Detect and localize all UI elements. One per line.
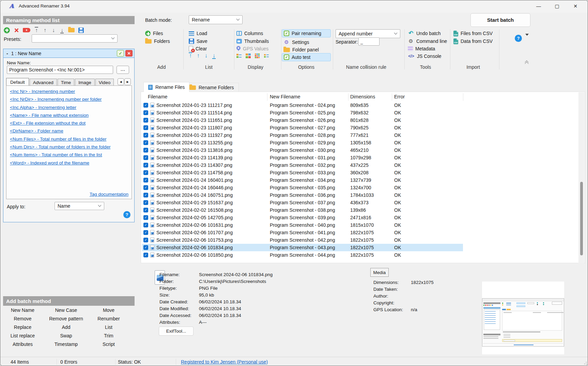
- batch-method-replace[interactable]: Replace: [3, 324, 42, 330]
- files-from-csv-button[interactable]: csvFiles from CSV: [453, 30, 493, 37]
- column-header-error[interactable]: Error: [394, 94, 405, 99]
- column-header-new-filename[interactable]: New Filename: [270, 94, 300, 99]
- table-row[interactable]: ✓Screenshot 2024-01-23 111651.pngProgram…: [142, 116, 578, 124]
- row-checkbox[interactable]: ✓: [143, 185, 148, 190]
- list-clear-button[interactable]: Clear: [189, 45, 207, 52]
- table-row[interactable]: ✓Screenshot 2024-01-29 151637.pngProgram…: [142, 199, 578, 206]
- move-up-icon[interactable]: ↑: [43, 27, 47, 33]
- table-row[interactable]: ✓Screenshot 2024-02-06 101834.pngProgram…: [142, 244, 578, 251]
- tab-media[interactable]: Media: [370, 268, 389, 277]
- table-row[interactable]: ✓Screenshot 2024-01-24 160401.pngProgram…: [142, 176, 578, 184]
- tag-link[interactable]: <Inc NrDir> - Incrementing number per fo…: [10, 97, 131, 102]
- clear-methods-icon[interactable]: x: [23, 28, 30, 32]
- move-up-icon[interactable]: ↑: [196, 52, 201, 59]
- row-checkbox[interactable]: ✓: [143, 238, 148, 242]
- table-row[interactable]: ✓Screenshot 2024-02-06 101631.pngProgram…: [142, 221, 578, 229]
- tag-link[interactable]: <DirName> - Folder name: [10, 128, 131, 133]
- column-divider[interactable]: [392, 93, 392, 101]
- list-load-button[interactable]: Load: [189, 30, 207, 37]
- row-checkbox[interactable]: ✓: [143, 155, 148, 160]
- row-checkbox[interactable]: ✓: [143, 193, 148, 197]
- move-top-icon[interactable]: ↑: [188, 52, 193, 59]
- close-button[interactable]: ✕: [568, 0, 583, 12]
- folder-panel-button[interactable]: Folder panel: [282, 46, 331, 54]
- row-checkbox[interactable]: ✓: [143, 118, 148, 123]
- batch-method-timestamp[interactable]: Timestamp: [42, 341, 90, 347]
- tab-rename-files[interactable]: Rename Files: [143, 82, 189, 92]
- scrollbar-thumb[interactable]: [580, 182, 583, 255]
- batch-method-trim[interactable]: Trim: [90, 333, 127, 338]
- move-down-icon[interactable]: ↓: [51, 27, 56, 33]
- view-grid-icon[interactable]: [255, 53, 260, 58]
- start-batch-button[interactable]: Start batch: [470, 13, 530, 27]
- column-header-dimensions[interactable]: Dimensions: [350, 94, 375, 99]
- batch-method-renumber[interactable]: Renumber: [90, 316, 127, 321]
- table-row[interactable]: ✓Screenshot 2024-01-23 111514.pngProgram…: [142, 109, 578, 116]
- move-down-icon[interactable]: ↓: [204, 52, 208, 59]
- batch-method-list-replace[interactable]: List replace: [3, 333, 42, 338]
- row-checkbox[interactable]: ✓: [143, 208, 148, 212]
- settings-button[interactable]: ⚙Settings: [282, 38, 331, 46]
- minimize-button[interactable]: —: [531, 0, 546, 12]
- move-bottom-icon[interactable]: ↓: [60, 27, 64, 33]
- batch-method-remove-pattern[interactable]: Remove pattern: [42, 316, 90, 321]
- row-checkbox[interactable]: ✓: [143, 223, 148, 227]
- row-checkbox[interactable]: ✓: [143, 170, 148, 175]
- tag-link[interactable]: <Word> - Indexed word of the filename: [10, 160, 131, 165]
- tag-link[interactable]: <Num Items> - Total number of files in t…: [10, 152, 131, 157]
- tag-link[interactable]: <Num Files> - Total number of files in t…: [10, 137, 131, 142]
- batch-method-move[interactable]: Move: [90, 307, 127, 313]
- help-icon[interactable]: ?: [515, 35, 522, 42]
- new-name-input[interactable]: Program Screenshot - <Inc Nr:001>: [7, 66, 113, 74]
- method-help-icon[interactable]: ?: [123, 211, 130, 218]
- tag-link[interactable]: <Inc Nr> - Incrementing number: [10, 89, 131, 94]
- separator-input[interactable]: _: [358, 37, 380, 46]
- auto-test-toggle[interactable]: ✓Auto test: [282, 53, 331, 61]
- batch-mode-dropdown[interactable]: Rename: [189, 15, 243, 24]
- table-row[interactable]: ✓Screenshot 2024-01-23 114139.pngProgram…: [142, 154, 578, 161]
- collapse-method-icon[interactable]: -: [6, 51, 8, 56]
- metadata-button[interactable]: Metadata: [408, 45, 435, 52]
- row-checkbox[interactable]: ✓: [143, 110, 148, 115]
- row-checkbox[interactable]: ✓: [143, 230, 148, 235]
- batch-method-attributes[interactable]: Attributes: [3, 341, 42, 347]
- tag-documentation-link[interactable]: Tag documentation: [90, 192, 128, 197]
- exiftool-button[interactable]: ExifTool...: [159, 327, 194, 336]
- row-checkbox[interactable]: ✓: [143, 140, 148, 145]
- display-thumbnails-button[interactable]: Thumbnails: [236, 38, 269, 45]
- registered-link[interactable]: Registered to Kim Jensen (Personal use): [181, 359, 268, 365]
- row-checkbox[interactable]: ✓: [143, 215, 148, 220]
- move-top-icon[interactable]: ↑: [34, 27, 39, 33]
- add-files-button[interactable]: Files: [145, 30, 163, 37]
- tag-link[interactable]: <Ext> - File extension without the dot: [10, 121, 131, 126]
- method-panel-header[interactable]: - 1 : New Name ✓ ✕: [3, 49, 134, 58]
- tab-scroll-right-icon[interactable]: ▶: [124, 78, 131, 85]
- add-method-icon[interactable]: [4, 27, 10, 33]
- batch-method-remove[interactable]: Remove: [3, 316, 42, 321]
- table-row[interactable]: ✓Screenshot 2024-01-24 160751.pngProgram…: [142, 191, 578, 199]
- method-delete-button[interactable]: ✕: [125, 50, 133, 57]
- table-row[interactable]: ✓Screenshot 2024-02-06 101850.pngProgram…: [142, 251, 578, 259]
- column-divider[interactable]: [348, 93, 349, 101]
- list-save-button[interactable]: Save: [189, 38, 207, 45]
- collision-rule-dropdown[interactable]: Append number: [336, 29, 400, 38]
- row-checkbox[interactable]: ✓: [143, 133, 148, 138]
- browse-tags-button[interactable]: ...: [117, 66, 129, 74]
- add-folders-button[interactable]: Folders: [145, 38, 170, 45]
- column-divider[interactable]: [463, 93, 463, 101]
- open-preset-icon[interactable]: [68, 28, 75, 32]
- undo-batch-button[interactable]: ↶Undo batch: [408, 30, 441, 37]
- table-row[interactable]: ✓Screenshot 2024-02-06 101753.pngProgram…: [142, 236, 578, 244]
- resize-grip[interactable]: [584, 364, 585, 364]
- tag-link[interactable]: <Num Dirs> - Total number of folders in …: [10, 144, 131, 149]
- row-checkbox[interactable]: ✓: [143, 125, 148, 130]
- pair-renaming-toggle[interactable]: ✓Pair renaming: [282, 29, 331, 37]
- batch-method-swap[interactable]: Swap: [42, 333, 90, 338]
- row-checkbox[interactable]: ✓: [143, 245, 148, 250]
- method-enabled-checkbox[interactable]: ✓: [117, 50, 124, 57]
- table-row[interactable]: ✓Screenshot 2024-02-02 161508.pngProgram…: [142, 206, 578, 214]
- row-checkbox[interactable]: ✓: [143, 178, 148, 182]
- display-gps-button[interactable]: GPS Values: [236, 45, 268, 52]
- display-columns-button[interactable]: Columns: [236, 30, 263, 37]
- row-checkbox[interactable]: ✓: [143, 103, 148, 108]
